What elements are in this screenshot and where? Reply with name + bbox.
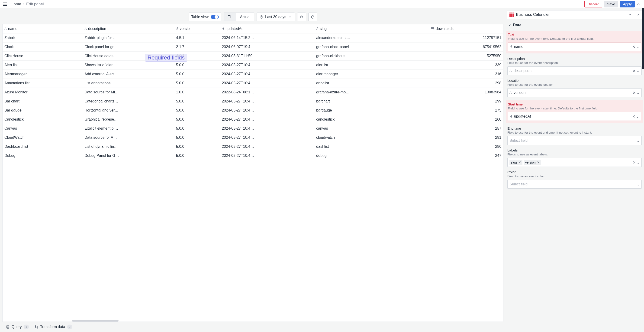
cell-downloads: 291 <box>429 133 503 142</box>
clear-icon[interactable]: ✕ <box>633 91 636 95</box>
horizontal-scrollbar[interactable] <box>72 320 118 321</box>
chevron-down-icon[interactable]: ⌄ <box>636 138 640 143</box>
table-row[interactable]: DebugDebug Panel for G…5.0.02024-05-27T1… <box>2 151 503 160</box>
column-header-description[interactable]: Adescription <box>82 24 174 34</box>
actual-option[interactable]: Actual <box>236 13 254 21</box>
breadcrumb-current: Edit panel <box>26 2 44 7</box>
chevron-down-icon[interactable]: ⌄ <box>636 69 640 73</box>
field-labels: LabelsFields to use as event labels.slug… <box>507 148 642 167</box>
chip-version[interactable]: version ✕ <box>524 160 541 165</box>
table-row[interactable]: CanvasExplicit element pl…5.0.02024-05-2… <box>2 124 503 133</box>
field-select-end[interactable]: Select field⌄ <box>507 136 642 145</box>
table-row[interactable]: Bar gaugeHorizontal and ver…5.0.02024-05… <box>2 106 503 115</box>
clear-icon[interactable]: ✕ <box>632 114 635 119</box>
column-header-updatedAt[interactable]: AupdatedAt <box>220 24 314 34</box>
chevron-right-icon <box>636 13 640 17</box>
collapse-options-icon[interactable] <box>636 2 642 6</box>
cell-slug: dashlist <box>314 142 429 151</box>
discard-button[interactable]: Discard <box>584 1 602 8</box>
breadcrumb-home[interactable]: Home <box>11 2 21 7</box>
column-label: slug <box>320 27 327 31</box>
table-row[interactable]: CloudWatchData source for A…5.0.02024-05… <box>2 133 503 142</box>
field-description: Field to use for the event location. <box>507 83 642 86</box>
menu-icon[interactable] <box>2 2 8 7</box>
table-row[interactable]: AlertmanagerAdd external Alert…5.0.02024… <box>2 70 503 79</box>
field-select-color[interactable]: Select field⌄ <box>507 180 642 189</box>
section-data-title: Data <box>513 23 522 27</box>
page-scrollbar[interactable] <box>642 8 644 69</box>
cell-name: Bar chart <box>2 97 82 106</box>
column-header-version[interactable]: Aversio <box>174 24 220 34</box>
chip-slug[interactable]: slug ✕ <box>510 160 522 165</box>
column-header-downloads[interactable]: downloads <box>429 24 503 34</box>
time-range-picker[interactable]: Last 30 days <box>256 13 295 21</box>
cell-version: 5.0.0 <box>174 124 220 133</box>
save-button[interactable]: Save <box>604 1 618 8</box>
table-row[interactable]: ZabbixZabbix plugin for …4.5.12024-06-14… <box>2 34 503 43</box>
cell-version: 5.0.0 <box>174 142 220 151</box>
table-row[interactable]: Bar chartCategorical charts…5.0.02024-05… <box>2 97 503 106</box>
fill-option[interactable]: Fill <box>224 13 236 21</box>
column-label: description <box>88 27 106 31</box>
table-row[interactable]: CandlestickGraphical represe…5.0.02024-0… <box>2 115 503 124</box>
cell-name: CloudWatch <box>2 133 82 142</box>
field-select-text[interactable]: Aname✕⌄ <box>508 42 641 51</box>
options-scroll[interactable]: Data TextField to use for the event text… <box>505 21 644 332</box>
field-start: Start timeField to use for the event sta… <box>506 100 643 123</box>
chevron-down-icon[interactable]: ⌄ <box>636 182 640 187</box>
table-row[interactable]: Alert listShows list of alert…5.0.02024-… <box>2 61 503 70</box>
svg-rect-10 <box>37 327 38 328</box>
field-select-description[interactable]: Adescription✕⌄ <box>507 66 642 75</box>
table-view-toggle[interactable]: Table view <box>188 13 221 21</box>
cell-name: Azure Monitor <box>2 88 82 97</box>
toggle-switch[interactable] <box>211 15 219 19</box>
chevron-down-icon[interactable]: ⌄ <box>636 91 640 95</box>
chevron-down-icon <box>628 13 632 17</box>
field-description: Fields to use as event labels. <box>507 153 642 156</box>
field-select-labels[interactable]: slug ✕version ✕✕⌄ <box>507 158 642 167</box>
select-placeholder: Select field <box>510 138 636 143</box>
tab-transform[interactable]: Transform data 2 <box>34 324 72 329</box>
table-row[interactable]: ClickHouseClickHouse datas…4.0.82024-05-… <box>2 52 503 61</box>
cell-updatedAt: 2024-05-27T10:4… <box>220 124 314 133</box>
cell-slug: alexanderzobnin-z… <box>314 34 429 43</box>
field-location: LocationField to use for the event locat… <box>507 79 642 97</box>
visualization-picker-toggle[interactable]: Business Calendar <box>507 11 634 19</box>
clock-icon <box>260 15 263 19</box>
select-value: version <box>514 91 633 95</box>
cell-name: ClickHouse <box>2 52 82 61</box>
zoom-out-button[interactable] <box>297 13 306 21</box>
section-data-header[interactable]: Data <box>507 21 642 29</box>
field-select-start[interactable]: AupdatedAt✕⌄ <box>508 112 641 121</box>
column-label: updatedAt <box>226 27 242 31</box>
table-row[interactable]: ClockClock panel for gr…2.1.72024-06-07T… <box>2 43 503 52</box>
cell-downloads: 275 <box>429 106 503 115</box>
chevron-down-icon[interactable]: ⌄ <box>636 45 639 49</box>
visualization-next-button[interactable] <box>634 11 642 18</box>
table-row[interactable]: Azure MonitorData source for Mi…1.0.0202… <box>2 88 503 97</box>
cell-version: 4.0.8 <box>174 52 220 61</box>
cell-version: 5.0.0 <box>174 133 220 142</box>
chevron-down-icon[interactable]: ⌄ <box>636 114 639 119</box>
string-field-icon: A <box>176 27 178 31</box>
remove-chip-icon[interactable]: ✕ <box>537 160 540 164</box>
field-label: Text <box>508 33 641 37</box>
apply-button[interactable]: Apply <box>620 1 635 8</box>
table-row[interactable]: Annotations listList annotations5.0.0202… <box>2 79 503 88</box>
tab-query[interactable]: Query 1 <box>6 324 29 329</box>
clear-icon[interactable]: ✕ <box>633 69 636 73</box>
bottom-tabs: Query 1 Transform data 2 <box>2 322 504 332</box>
cell-name: Zabbix <box>2 34 82 43</box>
field-select-location[interactable]: Aversion✕⌄ <box>507 88 642 97</box>
column-header-name[interactable]: Aname <box>2 24 82 34</box>
chevron-down-icon[interactable]: ⌄ <box>636 160 640 165</box>
transform-count-badge: 2 <box>67 324 72 329</box>
table-row[interactable]: Dashboard listList of dynamic lin…5.0.02… <box>2 142 503 151</box>
remove-chip-icon[interactable]: ✕ <box>518 160 521 164</box>
clear-icon[interactable]: ✕ <box>633 160 636 165</box>
field-label: Start time <box>508 102 641 106</box>
clear-icon[interactable]: ✕ <box>632 45 635 49</box>
refresh-button[interactable] <box>308 13 317 21</box>
breadcrumb-separator: › <box>23 2 24 7</box>
column-header-slug[interactable]: Aslug <box>314 24 429 34</box>
